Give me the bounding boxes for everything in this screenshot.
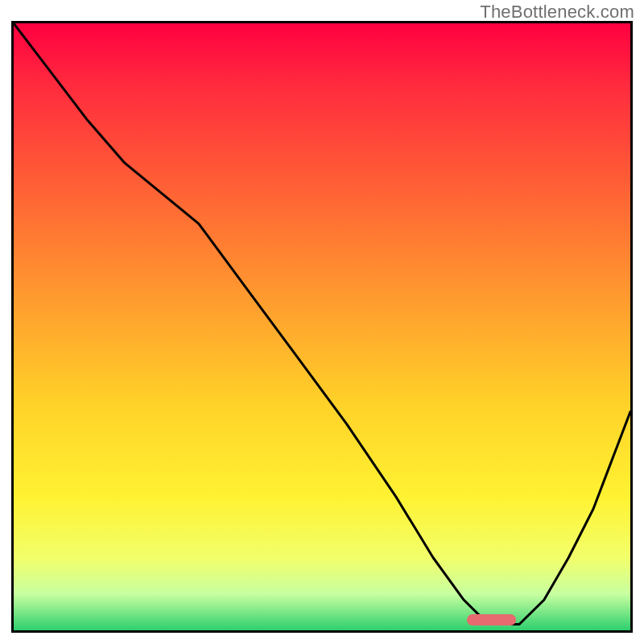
svg-rect-0: [14, 23, 630, 630]
chart-container: TheBottleneck.com: [0, 0, 644, 644]
optimal-marker: [467, 614, 516, 625]
gradient-background: [14, 23, 630, 630]
watermark-text: TheBottleneck.com: [480, 2, 634, 23]
plot-area: [11, 21, 633, 633]
